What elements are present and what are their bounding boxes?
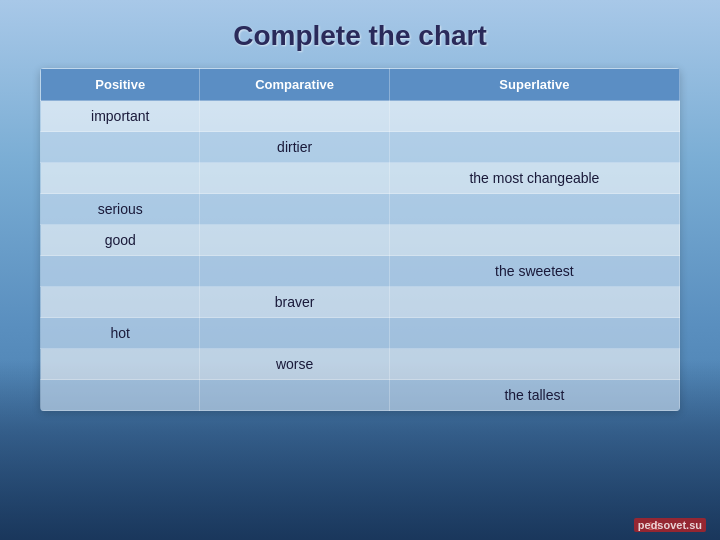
cell-7-0: hot <box>41 318 200 349</box>
table-row: good <box>41 225 680 256</box>
table-row: worse <box>41 349 680 380</box>
cell-3-2 <box>389 194 679 225</box>
cell-2-1 <box>200 163 389 194</box>
table-row: braver <box>41 287 680 318</box>
cell-7-2 <box>389 318 679 349</box>
cell-7-1 <box>200 318 389 349</box>
table-row: the tallest <box>41 380 680 411</box>
cell-2-2: the most changeable <box>389 163 679 194</box>
cell-5-2: the sweetest <box>389 256 679 287</box>
cell-9-2: the tallest <box>389 380 679 411</box>
watermark: pedsovet.su <box>634 518 706 532</box>
table-row: the sweetest <box>41 256 680 287</box>
header-positive: Positive <box>41 69 200 101</box>
cell-4-0: good <box>41 225 200 256</box>
cell-6-0 <box>41 287 200 318</box>
table-row: hot <box>41 318 680 349</box>
cell-1-1: dirtier <box>200 132 389 163</box>
cell-0-1 <box>200 101 389 132</box>
table-row: important <box>41 101 680 132</box>
cell-9-1 <box>200 380 389 411</box>
header-superlative: Superlative <box>389 69 679 101</box>
cell-5-1 <box>200 256 389 287</box>
cell-8-2 <box>389 349 679 380</box>
chart-table: Positive Comparative Superlative importa… <box>40 68 680 411</box>
cell-9-0 <box>41 380 200 411</box>
table-row: the most changeable <box>41 163 680 194</box>
cell-3-1 <box>200 194 389 225</box>
cell-3-0: serious <box>41 194 200 225</box>
cell-6-2 <box>389 287 679 318</box>
cell-0-0: important <box>41 101 200 132</box>
table-row: dirtier <box>41 132 680 163</box>
cell-2-0 <box>41 163 200 194</box>
cell-4-2 <box>389 225 679 256</box>
cell-4-1 <box>200 225 389 256</box>
content-area: Complete the chart Positive Comparative … <box>0 0 720 421</box>
cell-0-2 <box>389 101 679 132</box>
cell-8-1: worse <box>200 349 389 380</box>
header-comparative: Comparative <box>200 69 389 101</box>
cell-1-2 <box>389 132 679 163</box>
table-row: serious <box>41 194 680 225</box>
page-title: Complete the chart <box>40 20 680 52</box>
cell-1-0 <box>41 132 200 163</box>
cell-5-0 <box>41 256 200 287</box>
cell-8-0 <box>41 349 200 380</box>
cell-6-1: braver <box>200 287 389 318</box>
